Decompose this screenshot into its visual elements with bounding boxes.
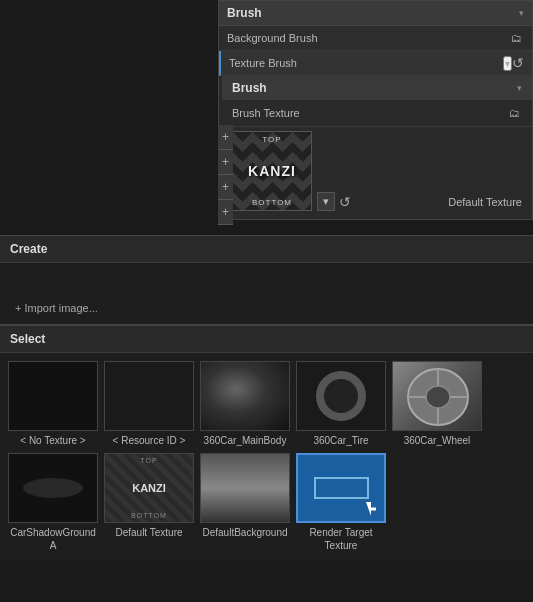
thumb-default-bg-img <box>201 454 289 522</box>
thumb-resource-id-bg <box>105 362 193 430</box>
thumb-default-bg: TOP KANZI BOTTOM <box>105 454 193 522</box>
add-buttons-group: + + + + <box>218 125 233 225</box>
resource-id-label: < Resource ID > <box>113 434 186 447</box>
create-section: Create + Import image... <box>0 236 533 326</box>
thumb-360car-main-bg <box>201 362 289 430</box>
thumb-360car-main-img <box>201 362 289 430</box>
thumb-360car-wheel-bg <box>393 362 481 430</box>
texture-item-render-target[interactable]: Render Target Texture <box>296 453 386 552</box>
texture-top-text: TOP <box>262 135 281 144</box>
thumb-resource-id[interactable] <box>104 361 194 431</box>
default-texture-item-label: Default Texture <box>115 526 182 539</box>
360car-wheel-label: 360Car_Wheel <box>404 434 471 447</box>
create-header: Create <box>0 236 533 263</box>
brush-texture-icon-btn[interactable]: 🗂 <box>507 105 522 121</box>
background-brush-label: Background Brush <box>227 32 509 44</box>
thumb-default-kanzi-text: KANZI <box>132 482 166 494</box>
texture-brush-refresh[interactable]: ↺ <box>512 55 524 71</box>
sub-brush-title: Brush <box>232 81 267 95</box>
add-btn-2[interactable]: + <box>218 150 233 175</box>
texture-item-resource-id[interactable]: < Resource ID > <box>104 361 194 447</box>
thumb-360car-wheel[interactable] <box>392 361 482 431</box>
texture-item-360car-tire[interactable]: 360Car_Tire <box>296 361 386 447</box>
texture-kanzi-text: KANZI <box>248 163 296 179</box>
texture-brush-dropdown[interactable]: ▾ <box>503 56 512 71</box>
brush-panel-header: Brush ▾ <box>219 1 532 26</box>
car-shadow-label: CarShadowGroundA <box>8 526 98 552</box>
svg-point-1 <box>426 386 450 408</box>
thumb-360car-main[interactable] <box>200 361 290 431</box>
background-brush-row[interactable]: Background Brush 🗂 <box>219 26 532 51</box>
brush-panel: Brush ▾ Background Brush 🗂 Texture Brush… <box>218 0 533 220</box>
thumb-default-bottom-text: BOTTOM <box>131 512 167 519</box>
cursor-icon <box>366 502 376 516</box>
sub-brush-collapse[interactable]: ▾ <box>517 83 522 93</box>
background-brush-icon-btn[interactable]: 🗂 <box>509 30 524 46</box>
render-target-label: Render Target Texture <box>296 526 386 552</box>
thumb-no-texture[interactable] <box>8 361 98 431</box>
add-btn-3[interactable]: + <box>218 175 233 200</box>
texture-brush-row[interactable]: Texture Brush ▾ ↺ <box>219 51 532 76</box>
add-btn-1[interactable]: + <box>218 125 233 150</box>
thumb-render-target[interactable] <box>296 453 386 523</box>
texture-reset-btn[interactable]: ↺ <box>339 194 351 210</box>
default-bg-label: DefaultBackground <box>202 526 287 539</box>
texture-grid: < No Texture > < Resource ID > 360Car_Ma… <box>0 353 533 560</box>
texture-item-360car-main[interactable]: 360Car_MainBody <box>200 361 290 447</box>
thumb-render-target-bg <box>298 455 384 521</box>
texture-item-no-texture[interactable]: < No Texture > <box>8 361 98 447</box>
add-btn-4[interactable]: + <box>218 200 233 225</box>
brush-texture-row: Brush Texture 🗂 <box>222 100 532 127</box>
tire-circle-shape <box>316 371 366 421</box>
thumb-car-shadow-bg <box>9 454 97 522</box>
render-target-rect <box>314 477 369 499</box>
texture-bottom-text: BOTTOM <box>252 198 292 207</box>
texture-item-default[interactable]: TOP KANZI BOTTOM Default Texture <box>104 453 194 552</box>
thumb-default-top-text: TOP <box>140 457 157 464</box>
shadow-ellipse-shape <box>23 478 83 498</box>
texture-select-dropdown[interactable]: ▾ <box>317 192 335 211</box>
thumb-360car-tire[interactable] <box>296 361 386 431</box>
texture-brush-label: Texture Brush <box>229 57 499 69</box>
thumb-no-texture-bg <box>9 362 97 430</box>
brush-texture-label: Brush Texture <box>232 107 507 119</box>
texture-item-default-bg[interactable]: DefaultBackground <box>200 453 290 552</box>
360car-tire-label: 360Car_Tire <box>313 434 368 447</box>
no-texture-label: < No Texture > <box>20 434 85 447</box>
select-header: Select <box>0 326 533 353</box>
wheel-svg <box>393 362 482 431</box>
select-label: Select <box>10 332 45 346</box>
texture-item-car-shadow[interactable]: CarShadowGroundA <box>8 453 98 552</box>
texture-item-360car-wheel[interactable]: 360Car_Wheel <box>392 361 482 447</box>
select-section: Select < No Texture > < Resource ID > <box>0 326 533 560</box>
sub-brush-header: Brush ▾ <box>222 76 532 100</box>
thumb-car-shadow[interactable] <box>8 453 98 523</box>
sub-brush-panel: Brush ▾ Brush Texture 🗂 TOP KANZI BOTTOM… <box>219 76 532 219</box>
texture-browser-panel: Create + Import image... Select < No Tex… <box>0 235 533 560</box>
default-texture-label: Default Texture <box>448 196 522 208</box>
brush-panel-title: Brush <box>227 6 262 20</box>
texture-preview-thumb[interactable]: TOP KANZI BOTTOM <box>232 131 312 211</box>
thumb-360car-tire-bg <box>297 362 385 430</box>
thumb-default[interactable]: TOP KANZI BOTTOM <box>104 453 194 523</box>
brush-collapse-icon[interactable]: ▾ <box>519 8 524 18</box>
360car-main-label: 360Car_MainBody <box>204 434 287 447</box>
import-image-link[interactable]: + Import image... <box>15 302 98 314</box>
texture-preview-container: TOP KANZI BOTTOM ▾ ↺ Default Texture <box>222 127 532 219</box>
create-label: Create <box>10 242 47 256</box>
thumb-default-bg[interactable] <box>200 453 290 523</box>
